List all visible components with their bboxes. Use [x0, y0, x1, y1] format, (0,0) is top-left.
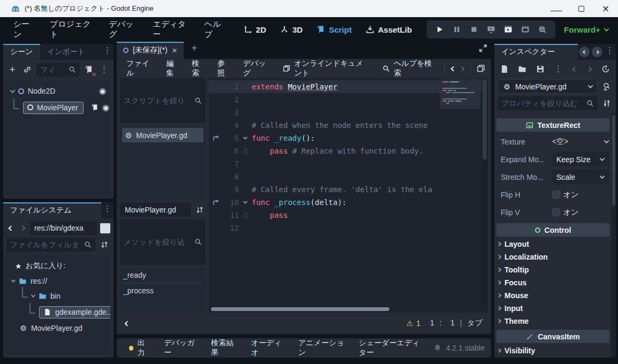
menu-2[interactable]: デバッグ — [102, 16, 146, 43]
fs-sort-button[interactable] — [99, 238, 110, 251]
code-line-8[interactable]: 8 — [209, 170, 488, 183]
tree-row-node2d[interactable]: Node2D◉ — [9, 84, 108, 98]
favorites-row[interactable]: ★お気に入り: — [9, 259, 108, 274]
close-tab-icon[interactable]: ✕ — [172, 47, 178, 55]
minimize-button[interactable] — [544, 0, 569, 17]
section-texturerect[interactable]: TextureRect — [496, 118, 609, 132]
code-line-5[interactable]: 5func _ready(): — [209, 132, 488, 145]
indent-type[interactable]: タブ — [467, 318, 483, 328]
inspector-tab-menu-button[interactable]: ⋮ — [604, 44, 616, 57]
selected-file[interactable]: gdexample.gde... — [39, 306, 110, 318]
group-input[interactable]: Input — [496, 302, 609, 315]
stop-button[interactable] — [466, 22, 481, 36]
bottom-tab-1[interactable]: デバッガー — [158, 336, 203, 360]
bottom-tab-5[interactable]: シェーダーエディター — [353, 336, 431, 360]
se-menu-0[interactable]: ファイル — [121, 56, 160, 81]
code-line-4[interactable]: 4# Called when the node enters the scene — [209, 119, 488, 132]
script-history-forward[interactable] — [458, 67, 466, 71]
fs-path-input[interactable] — [34, 224, 93, 232]
collapse-icon[interactable] — [11, 278, 16, 282]
tab-filesystem[interactable]: ファイルシステム — [3, 202, 101, 218]
renderer-select[interactable]: Forward+ — [561, 25, 612, 34]
code-line-11[interactable]: 11⟩| pass — [209, 209, 488, 222]
fs-row-3[interactable]: ⚙MoviePlayer.gd — [9, 321, 108, 336]
tab-scene[interactable]: シーン — [3, 44, 40, 60]
collapse-sidebar-button[interactable] — [125, 321, 130, 326]
property-checkbox[interactable]: オン — [552, 208, 609, 217]
maximize-button[interactable] — [569, 0, 593, 17]
inspector-scrollbar[interactable] — [612, 113, 616, 358]
play-button[interactable] — [432, 22, 447, 36]
group-theme[interactable]: Theme — [496, 315, 609, 328]
close-button[interactable]: × — [593, 0, 618, 17]
se-menu-2[interactable]: 検索 — [186, 56, 211, 81]
code-line-12[interactable]: 12 — [209, 222, 488, 234]
checkbox[interactable] — [552, 208, 560, 216]
menu-4[interactable]: ヘルプ — [198, 16, 234, 43]
vertical-scrollbar[interactable] — [481, 78, 488, 305]
scene-filter-input[interactable] — [40, 65, 66, 74]
load-resource-button[interactable] — [516, 63, 528, 75]
se-menu-4[interactable]: デバッグ — [238, 56, 277, 81]
group-tooltip[interactable]: Tooltip — [496, 263, 609, 276]
history-back-button[interactable] — [570, 67, 579, 71]
visibility-eye-icon[interactable]: ◉ — [102, 103, 109, 112]
reel-button[interactable] — [535, 22, 550, 36]
se-menu-1[interactable]: 編集 — [161, 56, 186, 81]
group-layout[interactable]: Layout — [496, 238, 609, 251]
warning-counter[interactable]: ⚠ 1 — [406, 319, 420, 328]
code-line-6[interactable]: 6⟩| pass # Replace with function body. — [209, 145, 488, 157]
collapse-icon[interactable] — [31, 293, 35, 297]
section-canvasitem[interactable]: CanvasItem — [496, 330, 609, 343]
bottom-tab-4[interactable]: アニメーション — [292, 336, 351, 360]
group-visibility[interactable]: Visibility — [496, 344, 609, 357]
history-button[interactable] — [600, 63, 612, 75]
script-list-item[interactable]: ⚙MoviePlayer.gd — [122, 128, 204, 142]
code-line-7[interactable]: 7 — [209, 157, 488, 170]
make-floating-button[interactable] — [475, 62, 487, 75]
checkbox[interactable] — [552, 191, 560, 199]
horizontal-scrollbar[interactable] — [209, 306, 488, 313]
code-editor[interactable]: 1extends MoviePlayer234# Called when the… — [209, 78, 488, 313]
collapse-icon[interactable] — [10, 88, 16, 93]
detach-script-button[interactable]: ✕ — [83, 63, 95, 76]
scene-tree-menu-button[interactable]: ⋮ — [98, 63, 110, 76]
fs-row-1[interactable]: bin — [9, 289, 108, 304]
film-button[interactable] — [518, 22, 533, 36]
ctx-3d-button[interactable]: 3D — [275, 22, 308, 37]
property-filter-input[interactable] — [501, 99, 584, 108]
tab-import[interactable]: インポート — [40, 44, 92, 60]
scene-dock-menu-button[interactable]: ⋮ — [101, 44, 114, 57]
fs-display-mode-button[interactable] — [100, 223, 110, 233]
code-minimap[interactable] — [440, 79, 480, 109]
method-filter-input[interactable] — [124, 238, 192, 246]
filesystem-menu-button[interactable]: ⋮ — [101, 202, 114, 215]
group-mouse[interactable]: Mouse — [496, 289, 609, 302]
inspector-forward-button[interactable] — [592, 47, 602, 57]
new-resource-button[interactable] — [499, 63, 510, 75]
visibility-eye-icon[interactable]: ◉ — [99, 86, 106, 96]
property-checkbox[interactable]: オン — [552, 190, 609, 200]
search-help-button[interactable]: ヘルプを検索 — [377, 56, 440, 81]
se-menu-3[interactable]: 参照 — [212, 56, 237, 81]
tree-row-movieplayer[interactable]: MoviePlayer◉ — [9, 98, 108, 117]
instance-scene-button[interactable] — [21, 63, 33, 76]
fs-filter-input[interactable] — [10, 240, 81, 249]
resource-menu-button[interactable]: ⋮ — [552, 63, 564, 75]
group-ordering[interactable]: Ordering — [496, 357, 609, 358]
menu-3[interactable]: エディター — [146, 16, 198, 43]
fs-forward-button[interactable] — [18, 226, 27, 230]
resource-selector[interactable]: ⚙ MoviePlayer.gd — [498, 79, 598, 94]
monitor-button[interactable] — [484, 22, 499, 36]
menu-1[interactable]: プロジェクト — [43, 16, 102, 43]
add-node-button[interactable]: + — [6, 63, 18, 76]
history-forward-button[interactable] — [585, 67, 594, 71]
method-sort-button[interactable] — [194, 203, 206, 216]
ctx-2d-button[interactable]: 2D — [238, 22, 272, 37]
property-dropdown[interactable]: Scale — [552, 170, 609, 184]
script-history-back[interactable] — [449, 67, 457, 71]
bottom-tab-2[interactable]: 検索結果 — [205, 336, 243, 360]
property-value[interactable]: <空> — [552, 137, 609, 147]
property-dropdown[interactable]: Keep Size — [552, 152, 609, 166]
group-localization[interactable]: Localization — [496, 251, 609, 263]
